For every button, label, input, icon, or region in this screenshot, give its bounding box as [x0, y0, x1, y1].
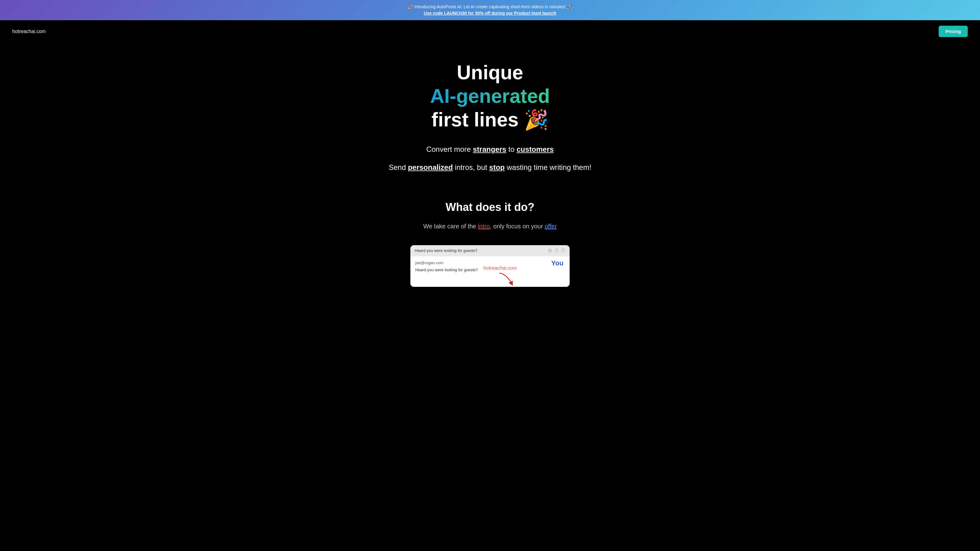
- close-icon: ✕: [561, 249, 565, 253]
- demo-controls: – ⊡ ✕: [547, 249, 565, 253]
- desc-prefix: We take care of the: [423, 223, 478, 230]
- hero-title: Unique AI-generated first lines 🎉: [6, 61, 974, 131]
- maximize-icon: ⊡: [554, 249, 558, 253]
- banner-text: 🎉 Introducing AutoPosts AI: Let AI creat…: [6, 4, 974, 10]
- demo-email: joe@rogan.com: [415, 260, 565, 265]
- logo: hotreachai.com: [12, 29, 46, 34]
- offer-link[interactable]: offer: [544, 223, 557, 230]
- promo-banner: 🎉 Introducing AutoPosts AI: Let AI creat…: [0, 0, 980, 20]
- demo-card: Heard you were looking for guests? – ⊡ ✕…: [410, 245, 570, 287]
- minimize-icon: –: [547, 249, 552, 253]
- demo-arrow-icon: [498, 272, 516, 287]
- section-desc: We take care of the intro, only focus on…: [6, 223, 974, 230]
- banner-link[interactable]: Use code LAUNCH30 for 30% off during our…: [424, 11, 556, 16]
- stop-word: stop: [489, 163, 505, 171]
- strangers-word: strangers: [473, 145, 506, 153]
- hero-section: Unique AI-generated first lines 🎉 Conver…: [0, 43, 980, 186]
- what-section: What does it do? We take care of the int…: [0, 186, 980, 239]
- hero-subtitle2: Send personalized intros, but stop wasti…: [6, 162, 974, 173]
- navbar: hotreachai.com Pricing: [0, 20, 980, 43]
- intro-link[interactable]: intro: [478, 223, 490, 230]
- hero-line3: first lines 🎉: [431, 109, 549, 131]
- pricing-button[interactable]: Pricing: [939, 26, 968, 37]
- demo-container: Heard you were looking for guests? – ⊡ ✕…: [0, 239, 980, 293]
- hero-line2: AI-generated: [430, 85, 550, 107]
- demo-titlebar: Heard you were looking for guests? – ⊡ ✕: [410, 245, 570, 256]
- customers-word: customers: [517, 145, 554, 153]
- demo-body: joe@rogan.com Heard you were looking for…: [410, 256, 570, 287]
- hero-line1: Unique: [457, 62, 523, 84]
- personalized-word: personalized: [408, 163, 453, 171]
- demo-title: Heard you were looking for guests?: [415, 248, 477, 253]
- demo-message: Heard you were looking for guests?: [415, 268, 565, 272]
- hero-subtitle: Convert more strangers to customers: [6, 144, 974, 155]
- section-title: What does it do?: [6, 201, 974, 214]
- desc-middle: , only focus on your: [490, 223, 544, 230]
